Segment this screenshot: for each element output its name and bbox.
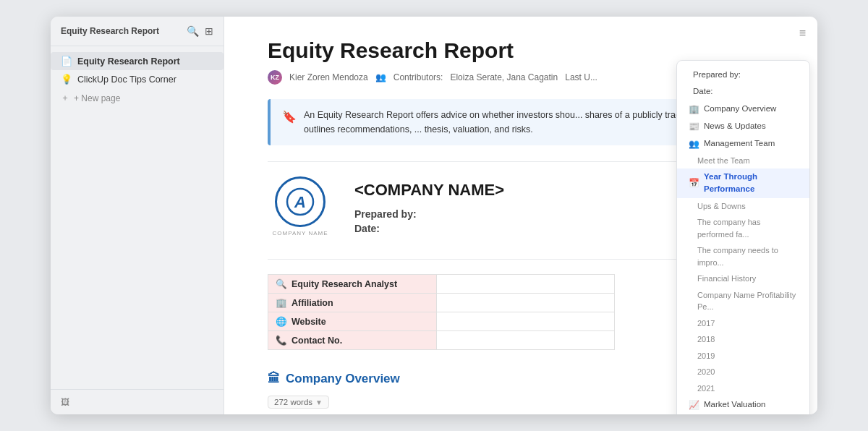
- sidebar-header-actions: 🔍 ⊞: [187, 25, 213, 37]
- analyst-table: 🔍 Equity Research Analyst 🏢 Affiliation: [268, 274, 615, 350]
- toc-profitability[interactable]: Company Name Profitability Pe...: [677, 287, 809, 315]
- toc-sub-label: The company has performed fa...: [697, 216, 798, 240]
- toc-news-updates[interactable]: 📰 News & Updates: [677, 118, 809, 135]
- news-icon: 📰: [689, 120, 699, 133]
- label-affiliation: 🏢 Affiliation: [276, 297, 429, 308]
- contributors-label: Contributors:: [393, 72, 443, 82]
- equity-icon: 🔍: [276, 278, 287, 289]
- toc-item-label: News & Updates: [704, 120, 766, 132]
- toc-ups-downs[interactable]: Ups & Downs: [677, 198, 809, 215]
- toc-performed-fa[interactable]: The company has performed fa...: [677, 214, 809, 242]
- logo-subtext: COMPANY NAME: [272, 230, 328, 236]
- sidebar: Equity Research Report 🔍 ⊞ 📄 Equity Rese…: [51, 17, 224, 414]
- sidebar-header: Equity Research Report 🔍 ⊞: [51, 17, 224, 46]
- svg-text:A: A: [294, 193, 306, 211]
- toc-item-label: Year Through Performance: [704, 171, 798, 196]
- footer-icon: 🖼: [61, 397, 69, 407]
- toc-year-performance[interactable]: 📅 Year Through Performance: [677, 168, 809, 198]
- toc-sub-label: Company Name Profitability Pe...: [697, 289, 798, 313]
- toc-year-label: 2018: [697, 333, 715, 346]
- table-row: 🔍 Equity Research Analyst: [268, 275, 615, 294]
- toc-2021[interactable]: 2021: [677, 380, 809, 397]
- label-website: 🌐 Website: [276, 316, 429, 327]
- contact-label: Contact No.: [292, 336, 342, 346]
- author-avatar: KZ: [268, 70, 282, 85]
- toc-panel: Prepared by: Date: 🏢 Company Overview 📰 …: [676, 60, 810, 414]
- toc-meet-team[interactable]: Meet the Team: [677, 153, 809, 169]
- toc-market-valuation[interactable]: 📈 Market Valuation: [677, 396, 809, 414]
- toc-needs-impro[interactable]: The company needs to impro...: [677, 242, 809, 270]
- contact-value[interactable]: [436, 331, 614, 350]
- sidebar-nav: 📄 Equity Research Report 💡 ClickUp Doc T…: [51, 46, 224, 389]
- sidebar-title: Equity Research Report: [61, 26, 159, 36]
- toc-year-label: 2017: [697, 317, 715, 330]
- author-name: Kier Zoren Mendoza: [289, 72, 368, 82]
- prepared-by-field: Prepared by:: [354, 208, 504, 220]
- new-page-button[interactable]: ＋ + New page: [51, 88, 224, 108]
- chart-icon: 📈: [689, 398, 699, 411]
- toc-2020[interactable]: 2020: [677, 364, 809, 380]
- toc-recommendations[interactable]: 📋 Recommendations: [677, 414, 809, 414]
- word-count-bar[interactable]: 272 words ▼: [268, 396, 329, 409]
- sidebar-item-equity-report[interactable]: 📄 Equity Research Report: [51, 52, 224, 70]
- logo-svg: A: [284, 186, 316, 218]
- toc-management-team[interactable]: 👥 Management Team: [677, 135, 809, 153]
- table-row: 📞 Contact No.: [268, 331, 615, 350]
- toc-2018[interactable]: 2018: [677, 331, 809, 348]
- toc-2017[interactable]: 2017: [677, 315, 809, 332]
- toolbar-menu-icon[interactable]: ≡: [799, 27, 806, 40]
- toc-item-label: Company Overview: [704, 103, 776, 115]
- company-name: <COMPANY NAME>: [354, 181, 504, 200]
- sidebar-item-clickup-tips[interactable]: 💡 ClickUp Doc Tips Corner: [51, 70, 224, 88]
- new-page-label: + New page: [74, 93, 120, 103]
- toc-sub-label: Meet the Team: [697, 155, 750, 167]
- team-icon: 👥: [689, 137, 699, 150]
- affiliation-icon: 🏢: [276, 297, 287, 308]
- logo-circle: A: [275, 176, 326, 227]
- toc-sub-label: Financial History: [697, 273, 756, 285]
- affiliation-value[interactable]: [436, 294, 614, 312]
- sidebar-footer: 🖼: [51, 389, 224, 414]
- toc-company-overview[interactable]: 🏢 Company Overview: [677, 101, 809, 118]
- table-label-cell: 🌐 Website: [268, 312, 437, 331]
- contributors-names: Eloiza Serate, Jana Cagatin: [450, 72, 558, 82]
- toc-sub-label: The company needs to impro...: [697, 244, 798, 268]
- website-icon: 🌐: [276, 316, 287, 327]
- plus-icon: ＋: [61, 92, 69, 104]
- contact-icon: 📞: [276, 335, 287, 346]
- toc-item-label: Market Valuation: [704, 398, 765, 411]
- affiliation-label: Affiliation: [292, 298, 333, 308]
- date-label: Date:: [354, 223, 380, 234]
- doc-icon: 📄: [61, 56, 72, 67]
- label-contact: 📞 Contact No.: [276, 335, 429, 346]
- label-equity-analyst: 🔍 Equity Research Analyst: [276, 278, 429, 289]
- toc-2019[interactable]: 2019: [677, 348, 809, 364]
- calendar-icon: 📅: [689, 176, 699, 189]
- word-count-text: 272 words: [274, 398, 312, 406]
- equity-analyst-value[interactable]: [436, 275, 614, 294]
- toc-year-label: 2020: [697, 366, 715, 378]
- doc-title: Equity Research Report: [268, 38, 781, 63]
- website-value[interactable]: [436, 312, 614, 331]
- website-label: Website: [292, 317, 326, 327]
- toc-year-label: 2019: [697, 350, 715, 362]
- sidebar-item-label: Equity Research Report: [77, 56, 180, 67]
- search-icon[interactable]: 🔍: [187, 25, 199, 37]
- toc-financial-history[interactable]: Financial History: [677, 270, 809, 287]
- toc-date[interactable]: Date:: [677, 83, 809, 100]
- table-row: 🌐 Website: [268, 312, 615, 331]
- company-overview-icon: 🏛: [268, 372, 280, 386]
- equity-analyst-label: Equity Research Analyst: [292, 279, 397, 289]
- new-tab-icon[interactable]: ⊞: [205, 25, 213, 37]
- chevron-down-icon: ▼: [315, 398, 323, 406]
- app-window: Equity Research Report 🔍 ⊞ 📄 Equity Rese…: [51, 17, 817, 414]
- company-logo: A COMPANY NAME: [268, 176, 333, 242]
- cover-details: <COMPANY NAME> Prepared by: Date:: [354, 181, 504, 237]
- callout-icon: 🔖: [282, 108, 297, 137]
- building-icon: 🏢: [689, 103, 699, 116]
- toc-item-label: Date:: [693, 85, 713, 98]
- table-row: 🏢 Affiliation: [268, 294, 615, 312]
- toc-item-label: Management Team: [704, 137, 775, 150]
- toc-prepared-by[interactable]: Prepared by:: [677, 67, 809, 83]
- table-label-cell: 🔍 Equity Research Analyst: [268, 275, 437, 294]
